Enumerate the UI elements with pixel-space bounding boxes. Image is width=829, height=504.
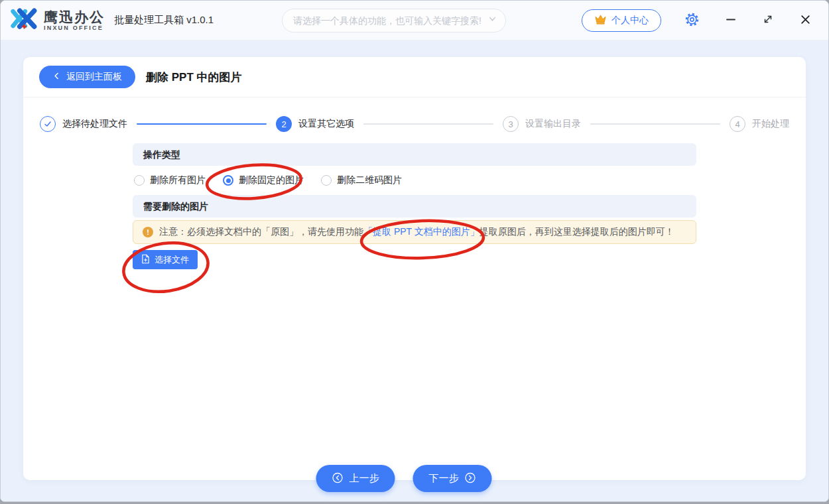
titlebar: 鹰迅办公 INXUN OFFICE 批量处理工具箱 v1.0.1 个人中心 <box>1 1 828 40</box>
settings-button[interactable] <box>683 12 700 29</box>
prev-circle-icon <box>332 472 344 485</box>
app-title: 批量处理工具箱 v1.0.1 <box>114 14 214 27</box>
page-header: 返回到主面板 删除 PPT 中的图片 <box>23 57 806 97</box>
gear-icon <box>685 13 699 29</box>
radio-circle-icon <box>134 175 145 186</box>
extract-ppt-images-link[interactable]: 「提取 PPT 文档中的图片」 <box>363 226 479 237</box>
prev-step-button[interactable]: 上一步 <box>316 465 395 492</box>
logo-text: 鹰迅办公 INXUN OFFICE <box>44 10 105 31</box>
step-label: 设置输出目录 <box>525 118 581 130</box>
page-title: 删除 PPT 中的图片 <box>146 70 242 85</box>
brand-name-cn: 鹰迅办公 <box>44 10 105 25</box>
step-connector <box>363 123 493 125</box>
step-output-dir: 3 设置输出目录 <box>503 116 581 132</box>
step-label: 选择待处理文件 <box>62 118 127 130</box>
file-add-icon <box>141 254 150 266</box>
step-connector <box>137 123 267 125</box>
resize-button[interactable] <box>759 12 777 29</box>
notice-text: 注意：必须选择文档中的「原图」，请先使用功能「提取 PPT 文档中的图片」提取原… <box>159 226 674 238</box>
step-number: 4 <box>730 116 745 132</box>
radio-label: 删除固定的图片 <box>239 174 304 186</box>
step-label: 设置其它选项 <box>298 118 354 130</box>
main-area: 返回到主面板 删除 PPT 中的图片 选择待处理文件 2 设置其 <box>1 41 828 501</box>
section-images-to-delete: 需要删除的图片 <box>133 195 696 218</box>
choose-file-label: 选择文件 <box>155 254 189 266</box>
step-start-process: 4 开始处理 <box>730 116 789 132</box>
step-connector <box>590 123 720 125</box>
close-icon <box>800 14 811 27</box>
radio-circle-icon <box>321 175 332 186</box>
search-input[interactable] <box>293 15 487 26</box>
minimize-button[interactable] <box>722 12 739 29</box>
radio-delete-qrcode-images[interactable]: 删除二维码图片 <box>321 174 402 186</box>
function-search-select[interactable] <box>282 9 506 32</box>
radio-label: 删除二维码图片 <box>337 174 402 186</box>
prev-step-label: 上一步 <box>350 472 379 485</box>
content-card: 返回到主面板 删除 PPT 中的图片 选择待处理文件 2 设置其 <box>23 57 806 480</box>
check-icon <box>40 116 56 132</box>
chevron-left-icon <box>52 72 61 82</box>
step-set-options: 2 设置其它选项 <box>276 116 354 132</box>
radio-circle-icon <box>223 175 233 186</box>
next-step-button[interactable]: 下一步 <box>413 465 492 492</box>
notice-suffix: 提取原图后，再到这里选择提取后的图片即可！ <box>479 226 674 237</box>
crown-icon <box>594 14 607 27</box>
back-button-label: 返回到主面板 <box>66 71 122 83</box>
user-center-label: 个人中心 <box>611 15 649 27</box>
radio-delete-all-images[interactable]: 删除所有图片 <box>134 174 206 186</box>
choose-file-button[interactable]: 选择文件 <box>133 250 198 269</box>
step-select-files: 选择待处理文件 <box>40 116 127 132</box>
step-label: 开始处理 <box>752 118 789 130</box>
form-content: 操作类型 删除所有图片 删除固定的图片 删除二维码图片 需要删 <box>133 143 696 269</box>
notice-banner: ! 注意：必须选择文档中的「原图」，请先使用功能「提取 PPT 文档中的图片」提… <box>133 220 696 244</box>
app-window: 鹰迅办公 INXUN OFFICE 批量处理工具箱 v1.0.1 个人中心 <box>0 0 829 502</box>
chevron-down-icon <box>487 14 497 27</box>
section-operation-type: 操作类型 <box>133 143 696 166</box>
minimize-icon <box>726 14 736 27</box>
brand-name-en: INXUN OFFICE <box>44 25 105 31</box>
user-center-button[interactable]: 个人中心 <box>582 9 661 32</box>
notice-prefix: 注意：必须选择文档中的「原图」，请先使用功能 <box>159 226 363 237</box>
wizard-stepper: 选择待处理文件 2 设置其它选项 3 设置输出目录 4 开始处理 <box>23 97 806 132</box>
resize-icon <box>763 14 773 27</box>
app-logo: 鹰迅办公 INXUN OFFICE <box>10 6 105 35</box>
back-to-dashboard-button[interactable]: 返回到主面板 <box>39 66 135 88</box>
radio-label: 删除所有图片 <box>150 174 206 186</box>
step-number: 2 <box>276 116 292 132</box>
operation-type-radio-group: 删除所有图片 删除固定的图片 删除二维码图片 <box>133 166 696 195</box>
radio-delete-fixed-images[interactable]: 删除固定的图片 <box>223 174 304 186</box>
next-step-label: 下一步 <box>429 472 459 485</box>
logo-x-icon <box>10 6 39 35</box>
warning-icon: ! <box>143 227 153 237</box>
close-button[interactable] <box>797 12 814 29</box>
wizard-nav-buttons: 上一步 下一步 <box>316 465 492 492</box>
next-circle-icon <box>465 472 476 485</box>
step-number: 3 <box>503 116 519 132</box>
